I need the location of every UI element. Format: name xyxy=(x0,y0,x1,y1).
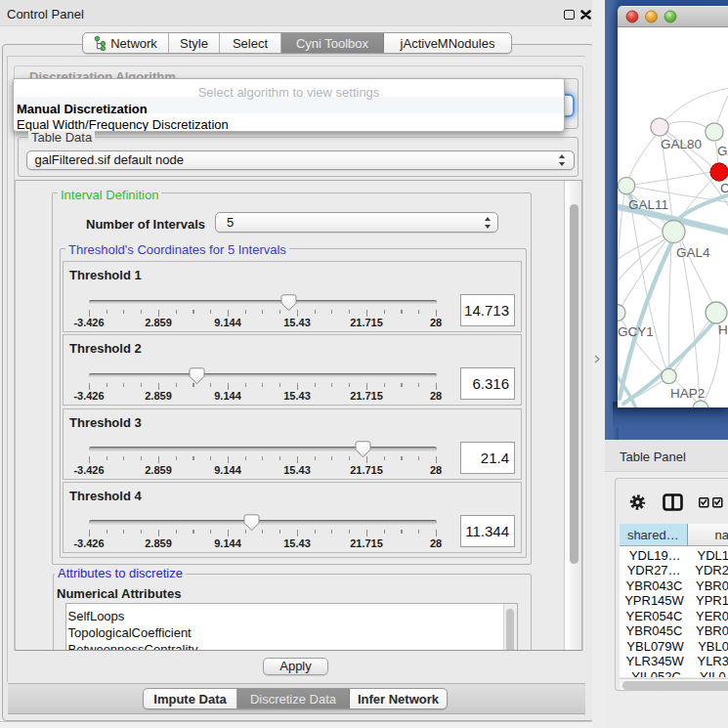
svg-text:GAL4: GAL4 xyxy=(676,245,710,260)
svg-text:HAP2: HAP2 xyxy=(670,386,705,401)
svg-text:CY: CY xyxy=(720,181,728,195)
svg-text:GAL80: GAL80 xyxy=(661,137,702,151)
svg-text:GCY1: GCY1 xyxy=(618,324,654,339)
svg-text:GAL11: GAL11 xyxy=(628,197,668,212)
svg-text:HIS: HIS xyxy=(718,322,728,337)
svg-text:GAL: GAL xyxy=(717,144,728,158)
